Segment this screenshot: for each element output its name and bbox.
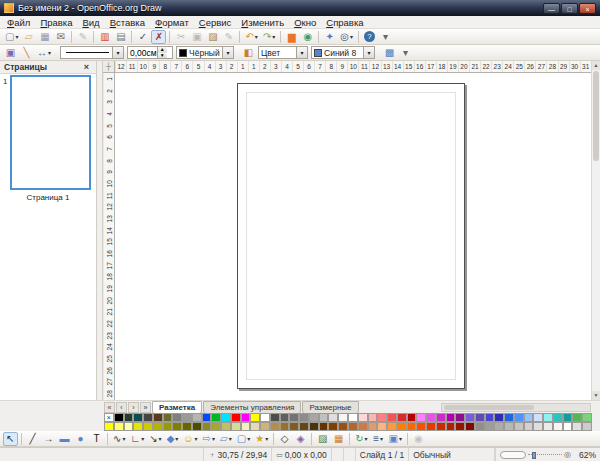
color-swatch[interactable] (446, 422, 456, 431)
color-swatch[interactable] (309, 413, 319, 422)
dropdown-arrow-icon[interactable]: ▾ (122, 435, 125, 442)
vertical-scrollbar[interactable]: ▲ ▼ (591, 61, 600, 400)
select-icon[interactable]: ↖ (3, 432, 18, 446)
color-swatch[interactable] (338, 413, 348, 422)
dropdown-arrow-icon[interactable]: ▾ (229, 435, 232, 442)
color-swatch[interactable] (221, 422, 231, 431)
close-icon[interactable]: × (81, 62, 92, 72)
color-swatch[interactable] (299, 422, 309, 431)
flowchart-icon[interactable]: ▱▾ (218, 432, 234, 446)
dropdown-arrow-icon[interactable]: ▾ (141, 435, 144, 442)
undo-icon[interactable]: ↶▾ (243, 30, 259, 44)
color-swatch[interactable] (543, 413, 553, 422)
color-swatch[interactable] (241, 413, 251, 422)
color-swatch[interactable] (182, 413, 192, 422)
area-dialog-icon[interactable]: ◧ (241, 46, 256, 60)
color-swatch[interactable] (289, 422, 299, 431)
color-swatch[interactable] (328, 422, 338, 431)
color-swatch[interactable] (260, 413, 270, 422)
menu-item-формат[interactable]: Формат (150, 16, 194, 29)
color-swatch[interactable] (465, 422, 475, 431)
dropdown-arrow-icon[interactable]: ▾ (212, 435, 215, 442)
color-swatch[interactable] (192, 413, 202, 422)
color-swatch[interactable] (319, 413, 329, 422)
color-swatch[interactable] (485, 413, 495, 422)
color-swatch[interactable] (289, 413, 299, 422)
spin-down-icon[interactable]: ▼ (158, 53, 167, 59)
dropdown-arrow-icon[interactable]: ▾ (399, 435, 402, 442)
next-tab-icon[interactable]: › (128, 402, 139, 413)
menu-item-файл[interactable]: Файл (2, 16, 35, 29)
help-icon[interactable]: ? (362, 30, 377, 44)
save-icon[interactable]: ▦ (37, 30, 52, 44)
color-swatch[interactable] (270, 413, 280, 422)
color-swatch[interactable] (553, 422, 563, 431)
color-swatch[interactable] (211, 422, 221, 431)
color-swatch[interactable] (407, 422, 417, 431)
prev-tab-icon[interactable]: ‹ (116, 402, 127, 413)
color-swatch[interactable] (504, 413, 514, 422)
dropdown-arrow-icon[interactable]: ▾ (222, 47, 233, 58)
color-swatch[interactable] (309, 422, 319, 431)
color-swatch[interactable] (572, 422, 582, 431)
line-style-select[interactable]: ▾ (60, 46, 124, 59)
first-tab-icon[interactable]: « (104, 402, 115, 413)
curve-icon[interactable]: ∿▾ (111, 432, 127, 446)
minimize-button[interactable]: — (543, 3, 560, 14)
line-width-spinner[interactable]: 0,00см▲▼ (127, 46, 173, 59)
zoom-percent[interactable]: 62% (575, 450, 600, 460)
layer-tab[interactable]: Разметка (152, 401, 202, 414)
dropdown-arrow-icon[interactable]: ▾ (15, 33, 18, 40)
color-swatch[interactable] (553, 413, 563, 422)
basic-shapes-icon[interactable]: ◆▾ (165, 432, 181, 446)
dropdown-arrow-icon[interactable]: ▾ (255, 33, 258, 40)
color-swatch[interactable] (231, 413, 241, 422)
color-swatch[interactable] (172, 422, 182, 431)
color-swatch[interactable] (426, 413, 436, 422)
area-color-select[interactable]: Синий 8▾ (311, 46, 375, 59)
chart-icon[interactable]: ▆ (284, 30, 299, 44)
dropdown-arrow-icon[interactable]: ▾ (363, 47, 374, 58)
dropdown-arrow-icon[interactable]: ▾ (112, 47, 123, 58)
callouts-icon[interactable]: ▢▾ (235, 432, 252, 446)
color-swatch[interactable] (426, 422, 436, 431)
color-swatch[interactable] (133, 413, 143, 422)
color-swatch[interactable] (387, 413, 397, 422)
color-swatch[interactable] (397, 422, 407, 431)
zoom-fit-icon[interactable]: ◎ (564, 450, 571, 459)
text-icon[interactable]: T (89, 432, 104, 446)
color-swatch[interactable] (416, 422, 426, 431)
color-swatch[interactable] (485, 422, 495, 431)
menu-item-правка[interactable]: Правка (35, 16, 77, 29)
color-swatch[interactable] (202, 413, 212, 422)
area-style-select[interactable]: Цвет▾ (258, 46, 308, 59)
color-swatch[interactable] (465, 413, 475, 422)
menu-item-вид[interactable]: Вид (77, 16, 104, 29)
dropdown-arrow-icon[interactable]: ▾ (272, 33, 275, 40)
layer-tab[interactable]: Элементы управления (203, 401, 301, 414)
connector-icon[interactable]: ∟▾ (128, 432, 146, 446)
color-swatch[interactable] (338, 422, 348, 431)
menu-item-окно[interactable]: Окно (289, 16, 321, 29)
styles-window-icon[interactable]: ▣ (3, 46, 18, 60)
line-color-select[interactable]: Чёрный▾ (176, 46, 234, 59)
color-swatch[interactable] (319, 422, 329, 431)
navigator-icon[interactable]: ✦ (322, 30, 337, 44)
color-swatch[interactable] (455, 422, 465, 431)
color-swatch[interactable] (572, 413, 582, 422)
color-swatch[interactable] (582, 413, 592, 422)
line-icon[interactable]: ╱ (25, 432, 40, 446)
glue-points-icon[interactable]: ◈ (293, 432, 308, 446)
close-button[interactable]: × (579, 3, 596, 14)
color-swatch[interactable] (494, 422, 504, 431)
color-swatch[interactable] (114, 422, 124, 431)
paste-icon[interactable]: ▨ (205, 30, 220, 44)
color-swatch[interactable] (328, 413, 338, 422)
ellipse-icon[interactable]: ● (73, 432, 88, 446)
color-swatch[interactable] (524, 413, 534, 422)
dropdown-arrow-icon[interactable]: ▾ (195, 435, 198, 442)
menu-item-вставка[interactable]: Вставка (105, 16, 150, 29)
color-swatch[interactable] (563, 413, 573, 422)
open-folder-icon[interactable]: ▱ (21, 30, 36, 44)
color-swatch[interactable] (260, 422, 270, 431)
